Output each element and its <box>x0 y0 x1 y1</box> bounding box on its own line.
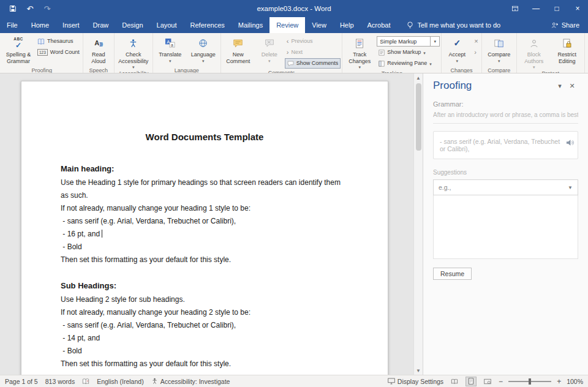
pane-close-icon[interactable]: ✕ <box>566 82 578 90</box>
delete-comment-button[interactable]: Delete ▾ <box>255 34 284 66</box>
ribbon-tab[interactable]: Design <box>115 17 149 33</box>
reject-button[interactable]: × <box>472 36 480 47</box>
scroll-up-icon[interactable]: ▲ <box>416 73 421 82</box>
next-comment-icon: › <box>287 48 289 56</box>
new-comment-button[interactable]: New Comment <box>222 34 254 66</box>
word-count-indicator[interactable]: 813 words <box>45 378 75 385</box>
print-layout-button[interactable] <box>466 377 477 386</box>
compare-button[interactable]: Compare ▾ <box>483 34 515 66</box>
zoom-in-button[interactable]: + <box>557 377 561 386</box>
close-button[interactable]: × <box>567 0 588 17</box>
undo-icon[interactable]: ↶ <box>22 0 38 17</box>
group-label-comments: Comments <box>222 69 341 73</box>
zoom-slider-thumb[interactable] <box>529 378 531 385</box>
zoom-level[interactable]: 100% <box>567 378 583 385</box>
restrict-editing-button[interactable]: Restrict Editing <box>551 34 583 66</box>
share-button[interactable]: Share <box>551 17 588 33</box>
proofing-status-button[interactable] <box>82 378 89 385</box>
ribbon-tab[interactable]: Review <box>270 17 305 33</box>
document-page[interactable]: Word Documents Template Main heading: Us… <box>21 81 388 375</box>
ribbon-group-ink: Hide Ink ▾ Ink <box>585 33 588 73</box>
read-aloud-button[interactable]: A))) Read Aloud <box>85 34 113 66</box>
vertical-scrollbar[interactable]: ▲ ▼ <box>413 73 423 375</box>
markup-dropdown-icon[interactable]: ▾ <box>431 36 440 47</box>
block-authors-button[interactable]: Block Authors ▾ <box>518 34 550 69</box>
scrollbar-thumb[interactable] <box>416 83 421 151</box>
ribbon-tab[interactable]: Acrobat <box>361 17 398 33</box>
document-line[interactable]: - Bold <box>61 345 349 358</box>
reject-icon: × <box>474 37 478 45</box>
next-change-button[interactable]: › <box>472 47 480 58</box>
page-indicator[interactable]: Page 1 of 5 <box>5 378 38 385</box>
ribbon-tab[interactable]: Layout <box>150 17 184 33</box>
show-markup-button[interactable]: Show Markup ▾ <box>377 47 440 58</box>
pane-options-icon[interactable]: ▾ <box>554 82 566 90</box>
document-line[interactable]: - 16 pt, and <box>61 228 349 241</box>
document-line[interactable]: If not already, manually change your hea… <box>61 306 349 319</box>
document-line[interactable]: Word Documents Template <box>61 132 349 142</box>
ribbon-tab[interactable]: References <box>184 17 232 33</box>
document-line[interactable]: Use Heading 2 style for sub headings. <box>61 293 349 306</box>
zoom-slider[interactable] <box>508 381 551 382</box>
save-icon[interactable] <box>5 0 21 17</box>
language-indicator[interactable]: English (Ireland) <box>97 378 143 385</box>
redo-icon[interactable]: ↷ <box>39 0 55 17</box>
maximize-button[interactable]: □ <box>546 0 567 17</box>
markup-combobox[interactable]: Simple Markup ▾ <box>377 36 440 47</box>
block-authors-icon <box>530 36 538 50</box>
document-line[interactable]: Sub Headings: <box>61 281 349 290</box>
ribbon-tab[interactable]: Insert <box>56 17 86 33</box>
ribbon-display-options-icon[interactable] <box>505 0 526 17</box>
scroll-down-icon[interactable]: ▼ <box>416 366 421 375</box>
minimize-button[interactable]: — <box>526 0 546 17</box>
ribbon-group-comments: New Comment Delete ▾ ‹ Previous › <box>221 33 343 73</box>
spelling-grammar-button[interactable]: ABC✓ Spelling & Grammar <box>2 34 34 66</box>
share-label: Share <box>562 21 579 29</box>
ribbon-tab[interactable]: Help <box>333 17 361 33</box>
read-sentence-speaker-icon[interactable] <box>566 139 574 146</box>
document-line[interactable]: - sans serif (e.g. Arial, Verdana, Trebu… <box>61 215 349 228</box>
reviewing-pane-button[interactable]: Reviewing Pane ▾ <box>377 58 440 69</box>
ribbon-tab[interactable]: File <box>0 17 24 33</box>
thesaurus-icon <box>37 38 45 45</box>
markup-value[interactable]: Simple Markup <box>377 36 431 47</box>
read-mode-button[interactable] <box>449 377 460 386</box>
show-comments-button[interactable]: Show Comments <box>285 58 341 69</box>
web-layout-button[interactable] <box>482 377 493 386</box>
grammar-sentence-card[interactable]: - sans serif (e.g. Arial, Verdana, Trebu… <box>433 131 578 159</box>
display-settings-icon <box>388 378 395 385</box>
show-comments-icon <box>287 61 294 67</box>
document-line[interactable]: Then set this formatting as your default… <box>61 358 349 370</box>
ribbon-tab[interactable]: Home <box>24 17 56 33</box>
document-line[interactable]: Then set this formatting as your default… <box>61 254 349 266</box>
thesaurus-button[interactable]: Thesaurus <box>36 36 81 47</box>
proofing-pane: Proofing ▾ ✕ Grammar: After an introduct… <box>423 73 588 375</box>
resume-button[interactable]: Resume <box>433 268 472 280</box>
document-line[interactable]: If not already, manually change your hea… <box>61 202 349 215</box>
document-line[interactable]: Main heading: <box>61 164 349 173</box>
tell-me-box[interactable]: Tell me what you want to do <box>407 17 500 33</box>
suggestion-dropdown[interactable]: e.g., ▼ <box>433 179 578 195</box>
track-changes-button[interactable]: Track Changes ▾ <box>344 34 375 69</box>
document-line[interactable]: - Bold <box>61 241 349 254</box>
accessibility-status-button[interactable]: Accessibility: Investigate <box>151 378 230 385</box>
delete-dropdown-icon: ▾ <box>268 59 271 63</box>
language-button[interactable]: Language ▾ <box>187 34 219 66</box>
ribbon-tab[interactable]: Mailings <box>232 17 270 33</box>
document-line[interactable]: - sans serif (e.g. Arial, Verdana, Trebu… <box>61 319 349 332</box>
translate-button[interactable]: Aa Translate ▾ <box>154 34 186 66</box>
group-label-changes: Changes <box>443 66 480 73</box>
accept-button[interactable]: ✓ Accept ▾ <box>443 34 471 66</box>
display-settings-button[interactable]: Display Settings <box>388 378 443 385</box>
ribbon-group-tracking: Track Changes ▾ Simple Markup ▾ Show Mar… <box>342 33 442 73</box>
document-line[interactable]: - 14 pt, and <box>61 332 349 345</box>
document-line[interactable]: Use the Heading 1 style for primary head… <box>61 176 349 202</box>
ribbon-tab[interactable]: View <box>305 17 333 33</box>
next-comment-button[interactable]: › Next <box>285 47 341 58</box>
zoom-out-button[interactable]: − <box>499 377 503 386</box>
grammar-section-label: Grammar: <box>433 100 578 108</box>
check-accessibility-button[interactable]: Check Accessibility ▾ <box>116 34 151 69</box>
previous-comment-button[interactable]: ‹ Previous <box>285 36 341 47</box>
word-count-button[interactable]: 123 Word Count <box>36 47 81 58</box>
ribbon-tab[interactable]: Draw <box>86 17 116 33</box>
